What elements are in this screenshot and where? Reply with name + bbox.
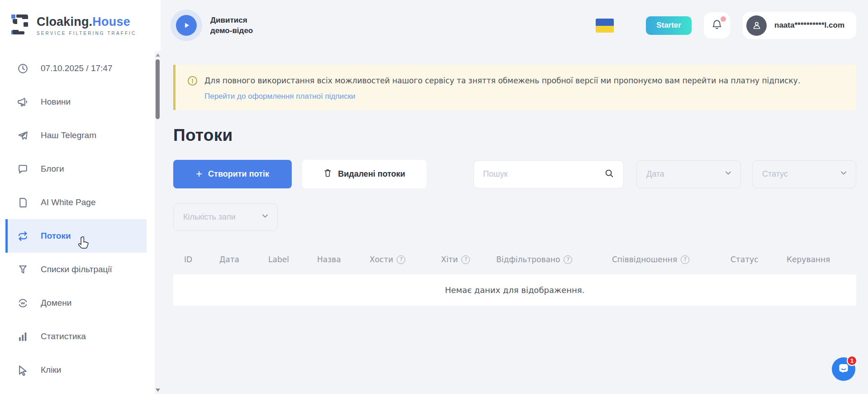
banner-text: Для повного використання всіх можливосте… (204, 75, 800, 86)
trial-warning-banner: ! Для повного використання всіх можливос… (173, 65, 856, 110)
chevron-down-icon (840, 169, 847, 179)
sidebar-item-clicks[interactable]: Кліки (5, 353, 147, 387)
sidebar-item-label: Списки фільтрації (41, 264, 112, 274)
sidebar: Cloaking.House SERVICE FILTERING TRAFFIC… (0, 0, 161, 394)
search-field (474, 160, 624, 188)
topbar-right: Starter naata**********l.com (596, 12, 856, 39)
play-icon[interactable] (176, 15, 197, 36)
upgrade-subscription-link[interactable]: Перейти до оформлення платної підписки (204, 92, 356, 101)
sidebar-item-streams[interactable]: Потоки (5, 219, 147, 253)
logo-tagline: SERVICE FILTERING TRAFFIC (37, 31, 136, 36)
sidebar-item-datetime: 07.10.2025 / 17:47 (5, 52, 147, 85)
cloaking-house-logo-icon (11, 14, 29, 37)
help-icon[interactable] (681, 255, 689, 264)
sidebar-scrollbar[interactable] (155, 51, 161, 394)
sidebar-item-label: AI White Page (41, 197, 95, 207)
logo-title-primary: Cloaking. (37, 15, 92, 29)
notifications-button[interactable] (704, 12, 730, 38)
chat-bubble-icon (17, 163, 29, 175)
megaphone-icon (17, 96, 29, 108)
scrollbar-down-arrow[interactable] (156, 389, 160, 392)
deleted-streams-button[interactable]: Видалені потоки (302, 160, 427, 188)
toolbar-secondary: Кількість запи (173, 203, 856, 231)
search-input[interactable] (483, 169, 604, 179)
date-filter-dropdown[interactable]: Дата (636, 160, 741, 188)
column-header-id: ID (184, 255, 219, 264)
column-header-manage: Керування (787, 255, 845, 264)
demo-video-button[interactable]: Дивитися демо-відео (173, 15, 268, 36)
user-menu[interactable]: naata**********l.com (743, 12, 856, 39)
sidebar-item-statistics[interactable]: Статистика (5, 320, 147, 353)
sidebar-item-label: Статистика (41, 332, 86, 341)
chat-launcher-button[interactable]: 1 (832, 357, 855, 381)
globe-w-icon (17, 298, 29, 309)
sidebar-item-label: Блоги (41, 164, 64, 174)
plus-icon: + (196, 168, 202, 179)
logo[interactable]: Cloaking.House SERVICE FILTERING TRAFFIC (0, 0, 161, 37)
demo-video-label: Дивитися демо-відео (210, 15, 268, 36)
logo-title-accent: House (92, 15, 130, 29)
logo-text: Cloaking.House SERVICE FILTERING TRAFFIC (37, 15, 136, 36)
column-header-hosts: Хости (370, 255, 441, 264)
language-flag-icon[interactable] (596, 19, 614, 33)
help-icon[interactable] (461, 255, 470, 264)
trash-icon (323, 168, 332, 180)
column-header-name: Назва (317, 255, 370, 264)
help-icon[interactable] (397, 255, 405, 264)
streams-icon (17, 231, 29, 242)
main-content: Дивитися демо-відео Starter na (161, 0, 868, 394)
scrollbar-up-arrow[interactable] (156, 53, 160, 57)
sidebar-item-label: Домени (41, 298, 71, 308)
sidebar-item-domains[interactable]: Домени (5, 286, 147, 320)
page-title: Потоки (173, 126, 856, 145)
column-header-label: Label (268, 255, 317, 264)
cursor-icon (17, 365, 29, 376)
clock-icon (17, 63, 29, 74)
scrollbar-thumb[interactable] (156, 59, 160, 119)
sidebar-item-label: Наш Telegram (41, 130, 96, 140)
sidebar-item-label: Кліки (41, 365, 61, 375)
toolbar: + Створити потік Видалені потоки Дата (173, 160, 856, 188)
search-icon[interactable] (604, 168, 614, 180)
create-stream-button[interactable]: + Створити потік (173, 160, 292, 188)
chevron-down-icon (261, 212, 269, 222)
sidebar-item-blogs[interactable]: Блоги (5, 152, 147, 186)
user-email: naata**********l.com (774, 21, 844, 30)
warning-icon: ! (188, 76, 197, 86)
sidebar-item-news[interactable]: Новини (5, 85, 147, 119)
column-header-status: Статус (730, 255, 787, 264)
topbar: Дивитися демо-відео Starter na (173, 7, 856, 43)
avatar (746, 15, 767, 36)
sidebar-item-filter-lists[interactable]: Списки фільтрації (5, 253, 147, 286)
chevron-down-icon (725, 169, 732, 179)
sidebar-nav: 07.10.2025 / 17:47 Новини Наш Telegram Б… (0, 52, 161, 387)
column-header-ratio: Співвідношення (612, 255, 730, 264)
funnel-icon (17, 264, 29, 275)
chat-unread-badge: 1 (847, 356, 857, 366)
table-empty-state: Немає даних для відображення. (173, 274, 856, 306)
status-filter-dropdown[interactable]: Статус (752, 160, 856, 188)
plan-badge[interactable]: Starter (646, 16, 692, 35)
sidebar-item-ai-white-page[interactable]: AI White Page (5, 186, 147, 219)
mouse-pointer-hand-cursor (76, 236, 90, 254)
telegram-icon (17, 130, 29, 141)
sidebar-item-label: Потоки (41, 231, 71, 241)
notification-dot (721, 16, 726, 22)
bar-chart-icon (17, 331, 29, 342)
column-header-hits: Хіти (441, 255, 496, 264)
app-root: Cloaking.House SERVICE FILTERING TRAFFIC… (0, 0, 868, 394)
sidebar-item-telegram[interactable]: Наш Telegram (5, 119, 147, 152)
page-icon (17, 197, 29, 208)
sidebar-item-label: 07.10.2025 / 17:47 (41, 63, 112, 73)
table-header: ID Дата Label Назва Хости Хіти Відфільтр… (173, 250, 856, 269)
help-icon[interactable] (564, 255, 572, 264)
per-page-dropdown[interactable]: Кількість запи (173, 203, 278, 231)
column-header-date: Дата (219, 255, 268, 264)
column-header-filtered: Відфільтровано (496, 255, 612, 264)
sidebar-item-label: Новини (41, 97, 71, 107)
